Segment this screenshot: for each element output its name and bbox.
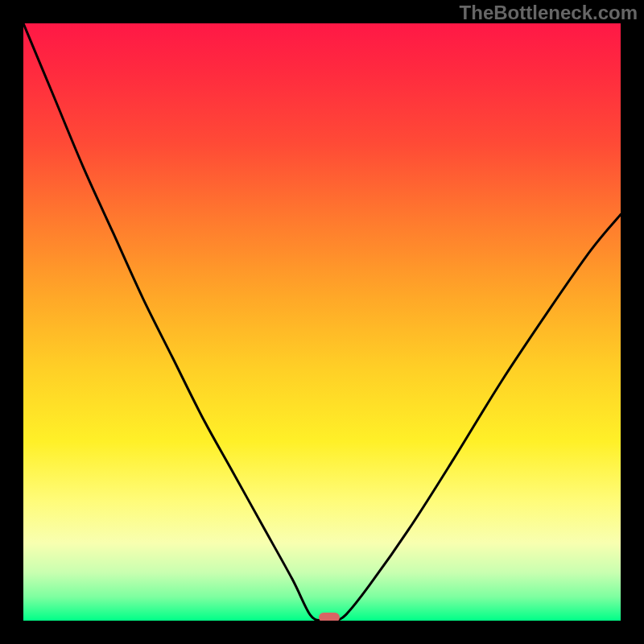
bottleneck-curve: [23, 23, 621, 621]
chart-frame: TheBottleneck.com: [0, 0, 644, 644]
watermark-text: TheBottleneck.com: [460, 2, 638, 24]
optimal-point-marker: [319, 613, 340, 621]
plot-area: [23, 23, 621, 621]
